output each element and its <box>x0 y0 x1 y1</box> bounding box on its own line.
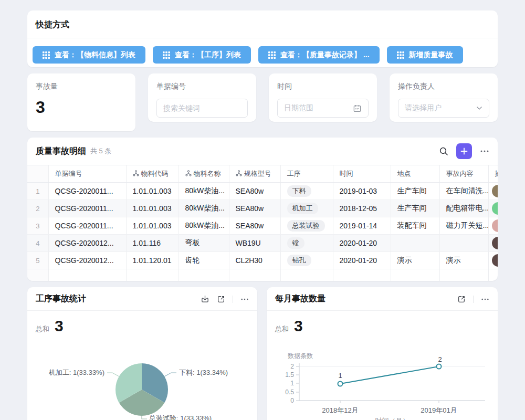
user-avatar <box>492 185 498 197</box>
plus-icon <box>460 148 468 155</box>
y-tick-label: 0 <box>290 397 294 404</box>
row-index: 1 <box>27 183 48 200</box>
cell-doc: QCSG-2020011... <box>48 217 126 235</box>
operator-placeholder: 请选择用户 <box>405 103 442 113</box>
cell-name: 齿轮 <box>178 252 229 269</box>
cell-doc: QCSG-2020012... <box>48 235 126 252</box>
y-tick-label: 1.5 <box>285 371 294 379</box>
process-tag: 总装试验 <box>287 220 325 232</box>
divider <box>267 310 498 311</box>
cell-doc: QCSG-2020011... <box>48 183 126 200</box>
table-row[interactable]: 2QCSG-2020011...1.01.01.00380kW柴油...SEA8… <box>27 200 498 217</box>
chart-card-header: 每月事故数量 <box>267 287 498 310</box>
grid-icon <box>397 51 404 59</box>
pie-callout-line <box>142 416 147 419</box>
line-total: 总和 3 <box>275 318 489 334</box>
chart-title: 工序事故统计 <box>36 293 86 304</box>
cell-place: 演示 <box>391 252 439 269</box>
cell-process: 钻孔 <box>280 252 333 269</box>
search-icon[interactable] <box>439 146 448 156</box>
pie-total: 总和 3 <box>36 318 249 334</box>
cell-date: 2019-01-03 <box>333 183 391 200</box>
more-icon[interactable] <box>480 150 489 153</box>
data-point[interactable] <box>437 364 442 369</box>
date-range-placeholder: 日期范围 <box>284 103 313 113</box>
more-icon[interactable] <box>240 298 249 301</box>
calendar-icon <box>353 104 362 113</box>
divider <box>233 296 233 303</box>
table-card-header: 质量事故明细 共 5 条 <box>27 138 498 165</box>
column-header-date[interactable]: 时间 <box>333 165 391 183</box>
view-material-list-button[interactable]: 查看：【物料信息】列表 <box>33 46 145 64</box>
monthly-accident-line-chart[interactable]: 数据条数 2 1.5 1 0.5 0 1 2 <box>275 336 489 420</box>
process-tag: 钻孔 <box>287 255 311 266</box>
cell-process: 镗 <box>280 235 333 252</box>
button-label: 新增质量事故 <box>409 50 453 60</box>
column-header-code[interactable]: 物料代码 <box>126 165 178 183</box>
cell-process: 总装试验 <box>280 217 333 235</box>
button-label: 查看：【工序】列表 <box>175 50 241 60</box>
table-row[interactable]: 4QCSG-2020012...1.01.116弯板WB19U镗2020-01-… <box>27 235 498 252</box>
column-header-process[interactable]: 工序 <box>280 165 333 183</box>
grid-icon <box>163 51 170 59</box>
more-icon[interactable] <box>481 298 489 301</box>
dashboard-page: 快捷方式 查看：【物料信息】列表 查看：【工序】列表 查看：【质量事故记录】 .… <box>0 0 525 420</box>
pie-callout-line <box>107 373 119 376</box>
column-header-place[interactable]: 地点 <box>391 165 439 183</box>
table-row[interactable]: 1QCSG-2020011...1.01.01.00380kW柴油...SEA8… <box>27 183 498 200</box>
table-row[interactable]: 5QCSG-2020012...1.01.120.01齿轮CL2H30钻孔202… <box>27 252 498 269</box>
grid-icon <box>43 51 50 59</box>
cell-date: 2019-01-14 <box>333 217 391 235</box>
cell-content: 配电箱带电... <box>439 200 488 217</box>
cell-content: 演示 <box>439 252 488 269</box>
column-header-name[interactable]: 物料名称 <box>178 165 229 183</box>
y-tick-label: 1 <box>290 380 294 387</box>
add-record-button[interactable] <box>456 143 472 159</box>
cell-content <box>439 235 488 252</box>
point-label: 2 <box>438 355 442 363</box>
date-range-picker[interactable]: 日期范围 <box>277 99 369 118</box>
view-quality-accident-records-button[interactable]: 查看：【质量事故记录】 ... <box>258 46 380 64</box>
table-row[interactable]: 3QCSG-2020011...1.01.01.00380kW柴油...SEA8… <box>27 217 498 235</box>
column-header-content[interactable]: 事故内容 <box>439 165 488 183</box>
quick-actions-card: 快捷方式 查看：【物料信息】列表 查看：【工序】列表 查看：【质量事故记录】 .… <box>27 10 498 67</box>
download-icon[interactable] <box>201 295 209 303</box>
filter-label: 单据编号 <box>156 82 248 91</box>
column-header-operator[interactable]: 操作负责人 <box>488 165 498 183</box>
doc-number-search-input[interactable] <box>156 99 248 118</box>
relation-icon <box>236 170 242 176</box>
add-quality-accident-button[interactable]: 新增质量事故 <box>387 46 463 64</box>
cell-spec: SEA80w <box>229 200 280 217</box>
y-tick-label: 0.5 <box>285 388 294 396</box>
cell-place: 生产车间 <box>391 200 439 217</box>
column-header-doc[interactable]: 单据编号 <box>48 165 126 183</box>
open-external-icon[interactable] <box>457 295 466 303</box>
process-accident-pie-chart[interactable]: 下料: 1(33.34%) 机加工: 1(33.33%) 总装试验: 1(33.… <box>36 336 249 420</box>
open-external-icon[interactable] <box>217 295 225 303</box>
cell-name: 80kW柴油... <box>178 200 229 217</box>
view-process-list-button[interactable]: 查看：【工序】列表 <box>153 46 251 64</box>
quality-accident-table-card: 质量事故明细 共 5 条 单据编号物料代码物料名称规格型号工序时间地点事故内容操… <box>27 138 498 281</box>
total-label: 总和 <box>275 324 289 334</box>
chart-actions <box>201 295 249 303</box>
cell-process: 机加工 <box>280 200 333 217</box>
cell-place <box>391 235 439 252</box>
quick-actions-buttons: 查看：【物料信息】列表 查看：【工序】列表 查看：【质量事故记录】 ... 新增… <box>27 38 498 71</box>
data-point[interactable] <box>338 382 343 386</box>
column-header-spec[interactable]: 规格型号 <box>229 165 280 183</box>
table-actions <box>439 143 489 159</box>
row-index: 2 <box>27 200 48 217</box>
user-avatar <box>492 237 498 249</box>
cell-name: 80kW柴油... <box>178 183 229 200</box>
cell-operator <box>488 200 498 217</box>
filter-row: 事故量 3 单据编号 时间 日期范围 操作负责人 请选择用户 <box>27 74 498 131</box>
process-tag: 镗 <box>287 237 304 249</box>
operator-select[interactable]: 请选择用户 <box>398 99 489 118</box>
doc-number-filter-card: 单据编号 <box>148 74 256 122</box>
x-axis-title: 时间（月） <box>375 417 410 420</box>
process-accident-stats-card: 工序事故统计 总和 3 <box>27 287 257 420</box>
cell-code: 1.01.01.003 <box>126 217 178 235</box>
chart-actions <box>457 295 489 303</box>
quality-accident-table: 单据编号物料代码物料名称规格型号工序时间地点事故内容操作负责人 1QCSG-20… <box>27 165 498 281</box>
pie-label-left: 机加工: 1(33.33%) <box>49 369 104 376</box>
